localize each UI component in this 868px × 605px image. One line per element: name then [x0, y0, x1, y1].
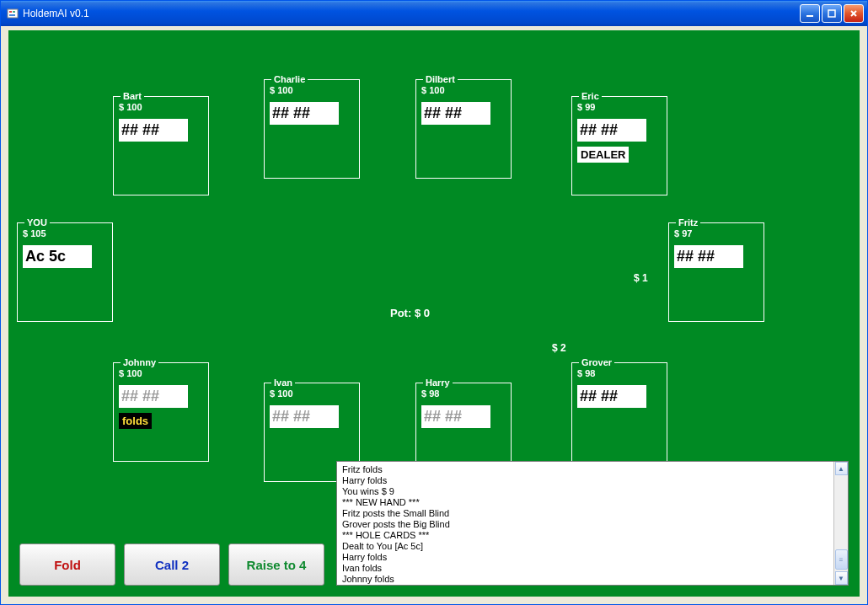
log-panel: Fritz folds Harry folds You wins $ 9 ***…	[336, 461, 849, 586]
maximize-button[interactable]	[822, 4, 842, 23]
minimize-button[interactable]	[800, 4, 820, 23]
pot-label: Pot: $ 0	[390, 307, 430, 319]
player-name: Ivan	[271, 377, 295, 388]
svg-rect-3	[9, 14, 15, 16]
player-cards: ## ##	[270, 102, 339, 125]
close-button[interactable]	[844, 4, 864, 23]
scroll-thumb[interactable]: ≡	[835, 549, 848, 570]
app-icon	[6, 7, 19, 20]
player-stack: $ 100	[421, 85, 506, 95]
player-name: Bart	[121, 91, 144, 101]
dealer-badge: DEALER	[577, 147, 629, 163]
player-name: Dilbert	[423, 74, 458, 84]
player-stack: $ 100	[119, 102, 203, 112]
player-fritz: Fritz $ 97 ## ##	[668, 222, 764, 322]
poker-table: YOU $ 105 Ac 5c Bart $ 100 ## ## Charlie…	[8, 30, 860, 597]
player-name: Harry	[423, 377, 453, 388]
player-cards: ## ##	[270, 405, 339, 428]
player-stack: $ 98	[577, 368, 662, 378]
app-window: HoldemAI v0.1 YOU $ 105 Ac 5c Bart	[0, 0, 868, 605]
action-buttons: Fold Call 2 Raise to 4	[19, 543, 324, 586]
svg-rect-4	[806, 15, 813, 17]
client-area: YOU $ 105 Ac 5c Bart $ 100 ## ## Charlie…	[4, 26, 864, 601]
player-cards: ## ##	[674, 245, 743, 268]
call-button[interactable]: Call 2	[124, 543, 220, 586]
player-stack: $ 97	[674, 228, 758, 238]
player-stack: $ 100	[270, 85, 354, 95]
player-name: Charlie	[271, 74, 308, 84]
player-name: Grover	[579, 357, 614, 367]
player-cards: ## ##	[119, 119, 188, 142]
bet-fritz: $ 1	[634, 272, 648, 284]
player-stack: $ 100	[270, 388, 354, 399]
player-stack: $ 105	[23, 228, 107, 238]
titlebar[interactable]: HoldemAI v0.1	[1, 1, 867, 26]
player-name: Eric	[579, 91, 602, 101]
status-badge: folds	[119, 413, 152, 429]
player-stack: $ 99	[577, 102, 662, 112]
player-name: YOU	[24, 217, 50, 228]
player-cards: Ac 5c	[23, 245, 92, 268]
window-title: HoldemAI v0.1	[23, 8, 800, 19]
player-name: Fritz	[676, 217, 700, 228]
raise-button[interactable]: Raise to 4	[228, 543, 324, 586]
player-cards: ## ##	[577, 119, 646, 142]
player-name: Johnny	[121, 357, 158, 367]
player-cards: ## ##	[119, 385, 188, 408]
svg-rect-1	[9, 11, 12, 13]
player-stack: $ 100	[119, 368, 203, 378]
player-eric: Eric $ 99 ## ## DEALER	[571, 96, 667, 195]
bet-grover: $ 2	[552, 342, 566, 354]
player-johnny: Johnny $ 100 ## ## folds	[113, 362, 209, 462]
scrollbar[interactable]: ▲ ≡ ▼	[833, 462, 848, 585]
svg-rect-0	[8, 9, 18, 18]
log-text[interactable]: Fritz folds Harry folds You wins $ 9 ***…	[337, 462, 833, 585]
player-charlie: Charlie $ 100 ## ##	[264, 79, 360, 179]
svg-rect-5	[828, 10, 835, 17]
player-grover: Grover $ 98 ## ##	[571, 362, 667, 462]
player-you: YOU $ 105 Ac 5c	[17, 222, 113, 322]
window-buttons	[800, 4, 864, 23]
player-stack: $ 98	[421, 388, 506, 399]
player-cards: ## ##	[421, 405, 490, 428]
player-cards: ## ##	[421, 102, 490, 125]
scroll-up-icon[interactable]: ▲	[835, 462, 848, 475]
player-cards: ## ##	[577, 385, 646, 408]
scroll-down-icon[interactable]: ▼	[835, 571, 848, 585]
player-bart: Bart $ 100 ## ##	[113, 96, 209, 195]
fold-button[interactable]: Fold	[19, 543, 115, 586]
svg-rect-2	[13, 11, 15, 13]
player-dilbert: Dilbert $ 100 ## ##	[415, 79, 512, 179]
